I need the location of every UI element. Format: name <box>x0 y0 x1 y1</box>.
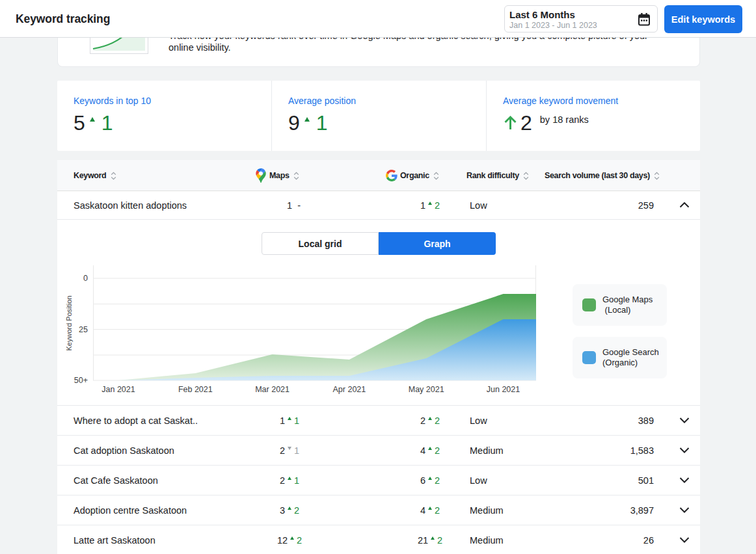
svg-text:50+: 50+ <box>74 376 88 385</box>
svg-text:Jan 2021: Jan 2021 <box>101 385 135 394</box>
svg-text:May 2021: May 2021 <box>409 385 444 394</box>
svg-text:Feb 2021: Feb 2021 <box>178 385 213 394</box>
svg-text:Mar 2021: Mar 2021 <box>255 385 290 394</box>
svg-text:Apr 2021: Apr 2021 <box>333 385 366 394</box>
svg-text:Keyword Position: Keyword Position <box>65 296 73 351</box>
svg-text:25: 25 <box>79 325 88 334</box>
svg-text:0: 0 <box>83 274 88 283</box>
svg-text:Jun 2021: Jun 2021 <box>487 385 520 394</box>
